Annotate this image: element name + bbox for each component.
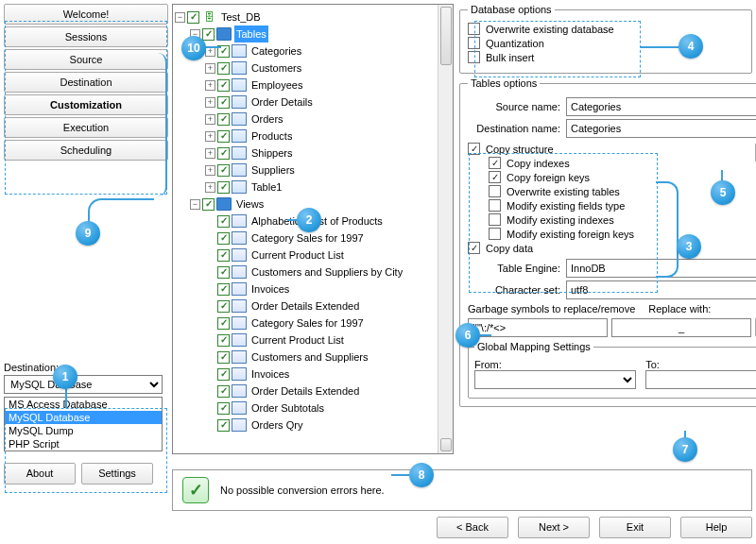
garbage-label: Garbage symbols to replace/remove [468, 303, 635, 314]
destination-combo[interactable]: MySQL Database [4, 375, 163, 394]
replace-with-input[interactable] [611, 318, 751, 337]
checkbox-icon[interactable]: ✓ [217, 62, 230, 75]
expand-toggle-icon[interactable]: + [205, 131, 215, 142]
tree-view-item[interactable]: ✓Orders Qry [175, 416, 451, 434]
tree-node-label: Views [234, 196, 266, 212]
expand-toggle-icon[interactable]: − [190, 199, 200, 210]
tree-view-item[interactable]: ✓Order Subtotals [175, 400, 451, 416]
help-button[interactable]: Help [680, 517, 752, 538]
checkbox-icon[interactable]: ✓ [217, 181, 230, 194]
tree-table-item[interactable]: +✓Products [175, 128, 451, 144]
tree-node-label: Products [249, 128, 294, 144]
tree-table-item[interactable]: +✓Categories [175, 42, 451, 60]
tree-node-label: Category Sales for 1997 [249, 314, 366, 332]
expand-toggle-icon[interactable]: + [205, 63, 215, 74]
tree-node-label: Invoices [249, 280, 291, 298]
callout-7: 7 [673, 437, 697, 462]
tree-node-label: Order Details Extended [249, 298, 361, 314]
view-icon [232, 299, 247, 313]
tree-view-item[interactable]: ✓Customers and Suppliers by City [175, 264, 451, 280]
tree-table-item[interactable]: +✓Employees [175, 76, 451, 94]
checkbox-icon[interactable]: ✓ [202, 198, 215, 211]
callout-4: 4 [679, 34, 703, 59]
checkbox-icon[interactable]: ✓ [217, 232, 230, 245]
tree-node-label: Customers and Suppliers [249, 348, 370, 366]
tree-node-label: Suppliers [249, 162, 297, 178]
callout-8: 8 [409, 463, 434, 487]
callout-9: 9 [76, 221, 100, 246]
back-button[interactable]: < Back [437, 517, 508, 538]
expand-toggle-icon[interactable]: + [205, 80, 215, 91]
exit-button[interactable]: Exit [599, 517, 671, 538]
checkbox-icon[interactable]: ✓ [217, 215, 230, 228]
tree-table-item[interactable]: +✓Suppliers [175, 162, 451, 178]
checkbox-icon[interactable]: ✓ [217, 266, 230, 279]
tree-tables-node[interactable]: −✓Tables [175, 26, 451, 42]
tree-table-item[interactable]: +✓Orders [175, 110, 451, 128]
checkbox-icon[interactable]: ✓ [217, 249, 230, 262]
view-icon [232, 384, 247, 398]
checkbox-icon[interactable]: ✓ [217, 147, 230, 160]
tree-node-label: Orders [249, 110, 285, 128]
checkbox-icon[interactable]: ✓ [217, 368, 230, 381]
tree-table-item[interactable]: +✓Table1 [175, 178, 451, 196]
view-icon [232, 418, 247, 432]
tree-view-item[interactable]: ✓Order Details Extended [175, 298, 451, 314]
table-icon [232, 146, 247, 160]
tree-view-item[interactable]: ✓Category Sales for 1997 [175, 230, 451, 246]
global-mapping-legend: Global Mapping Settings [474, 341, 593, 352]
expand-toggle-icon[interactable]: + [205, 165, 215, 176]
gms-to-combo[interactable] [645, 370, 756, 389]
tree-view-item[interactable]: ✓Category Sales for 1997 [175, 314, 451, 332]
expand-toggle-icon[interactable]: + [205, 148, 215, 159]
tree-node-label: Orders Qry [249, 416, 304, 434]
scrollbar[interactable] [438, 5, 453, 453]
tree-table-item[interactable]: +✓Shippers [175, 144, 451, 162]
destination-name-combo[interactable]: Categories [566, 119, 756, 138]
checkbox-icon[interactable]: ✓ [217, 113, 230, 126]
checkbox-icon[interactable]: ✓ [217, 283, 230, 296]
checkbox-icon[interactable]: ✓ [217, 419, 230, 432]
tree-view-item[interactable]: ✓Order Details Extended [175, 382, 451, 400]
tree-view-item[interactable]: ✓Customers and Suppliers [175, 348, 451, 366]
checkbox-icon[interactable]: ✓ [217, 402, 230, 415]
gms-from-combo[interactable] [474, 370, 636, 389]
tree-db-node[interactable]: −✓🗄Test_DB [175, 8, 451, 26]
checkbox-icon[interactable]: ✓ [217, 164, 230, 177]
callout-5: 5 [711, 180, 735, 205]
expand-toggle-icon[interactable]: − [175, 12, 185, 23]
table-icon [232, 163, 247, 177]
tree-table-item[interactable]: +✓Customers [175, 60, 451, 76]
checkbox-icon[interactable]: ✓ [217, 317, 230, 330]
table-icon [232, 112, 247, 126]
database-options-legend: Database options [468, 4, 555, 15]
checkbox-icon[interactable]: ✓ [217, 79, 230, 92]
tree-view-item[interactable]: ✓Invoices [175, 280, 451, 298]
tables-options-legend: Tables options [468, 77, 540, 89]
status-bar: ✓ No possible conversion errors here. [172, 469, 752, 511]
expand-toggle-icon[interactable]: + [205, 114, 215, 125]
checkbox-icon[interactable]: ✓ [217, 385, 230, 398]
callout-3: 3 [677, 234, 701, 259]
source-name-input[interactable] [566, 97, 756, 116]
folder-icon [216, 27, 232, 41]
next-button[interactable]: Next > [518, 517, 590, 538]
checkbox-icon[interactable]: ✓ [187, 11, 199, 24]
expand-toggle-icon[interactable]: + [205, 97, 215, 108]
checkbox-icon[interactable]: ✓ [217, 351, 230, 364]
checkbox-icon[interactable]: ✓ [217, 130, 230, 143]
checkbox-icon[interactable]: ✓ [217, 96, 230, 109]
view-icon [232, 282, 247, 296]
checkbox-icon[interactable]: ✓ [217, 300, 230, 313]
expand-toggle-icon[interactable]: + [205, 182, 215, 193]
gms-to-label: To: [645, 359, 756, 370]
tree-node-label: Order Details Extended [249, 382, 361, 400]
table-icon [232, 78, 247, 92]
checkbox-icon[interactable]: ✓ [202, 28, 215, 41]
tree-view-item[interactable]: ✓Invoices [175, 366, 451, 382]
tree-view-item[interactable]: ✓Current Product List [175, 246, 451, 264]
tree-view-item[interactable]: ✓Current Product List [175, 332, 451, 348]
view-icon [232, 265, 247, 279]
tree-table-item[interactable]: +✓Order Details [175, 94, 451, 110]
checkbox-icon[interactable]: ✓ [217, 334, 230, 347]
